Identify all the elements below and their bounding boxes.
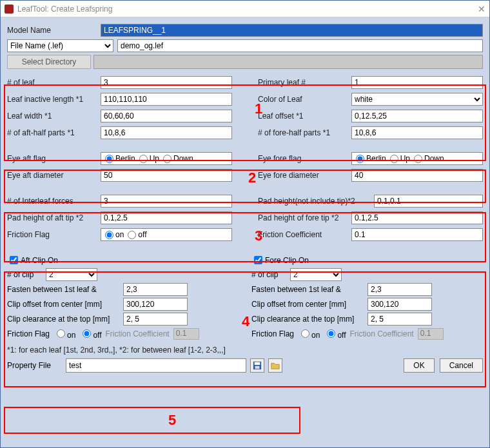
inactive-length-input[interactable]	[101, 93, 232, 106]
fore-clip-column: Fore Clip On # of clip2 Fasten between 1…	[251, 252, 483, 342]
fore-fasten-label: Fasten between 1st leaf &	[251, 285, 368, 294]
aft-clip-on-checkbox[interactable]	[10, 256, 18, 264]
fore-nclip-select[interactable]: 2	[290, 268, 342, 281]
pad-aft-label: Pad height of aft tip *2	[7, 213, 101, 222]
aft-nclip-select[interactable]: 2	[46, 268, 97, 281]
eye-aft-flag-label: Eye aft flag	[7, 154, 101, 163]
fore-clip-on-checkbox[interactable]	[254, 256, 262, 264]
property-file-input[interactable]	[66, 358, 246, 373]
eye-fore-flag-label: Eye fore flag	[258, 154, 351, 163]
primary-leaf-label: Primary leaf #	[258, 78, 351, 87]
window-title: LeafTool: Create Leafspring	[17, 5, 112, 14]
svg-rect-1	[255, 362, 260, 365]
eye-fore-berlin[interactable]: Berlin	[356, 154, 386, 163]
file-type-select[interactable]: File Name (.lef)	[7, 39, 113, 52]
model-name-label: Model Name	[7, 26, 101, 35]
footnote-text: *1: for each leaf [1st, 2nd, 3rd,,], *2:…	[7, 346, 483, 355]
friction-off[interactable]: off	[128, 230, 146, 239]
color-leaf-select[interactable]: white	[351, 93, 483, 106]
fore-half-label: # of fore-half parts *1	[258, 128, 351, 137]
property-file-label: Property File	[7, 361, 62, 370]
model-name-input[interactable]	[101, 24, 483, 37]
annotation-marker-5: 5	[168, 412, 176, 429]
titlebar: LeafTool: Create Leafspring ✕	[1, 1, 489, 17]
pad-height-label: Pad height(not include tip)*2	[258, 197, 374, 206]
fore-fflag-on[interactable]: on	[298, 327, 320, 340]
friction-coef-label: Friction Coefficient	[258, 230, 351, 239]
fore-fasten-input[interactable]	[368, 283, 432, 296]
aft-clip-on-label: Aft Clip On	[21, 256, 58, 265]
save-icon[interactable]	[250, 358, 264, 373]
primary-leaf-input[interactable]	[351, 76, 483, 89]
pad-height-input[interactable]	[374, 195, 483, 208]
window: LeafTool: Create Leafspring ✕ Model Name…	[0, 0, 490, 448]
pad-aft-input[interactable]	[101, 211, 232, 224]
friction-on[interactable]: on	[105, 230, 124, 239]
eye-aft-berlin[interactable]: Berlin	[105, 154, 135, 163]
file-name-input[interactable]	[117, 39, 483, 52]
n-leaf-label: # of leaf	[7, 78, 101, 87]
eye-aft-dia-label: Eye aft diameter	[7, 171, 101, 180]
fore-fcoef-value: 0.1	[418, 328, 444, 340]
content: Model Name File Name (.lef) Select Direc…	[1, 17, 489, 379]
fore-fflag-off[interactable]: off	[324, 327, 346, 340]
annotation-box-5	[4, 407, 300, 434]
fore-offset-label: Clip offset from center [mm]	[251, 300, 368, 309]
eye-fore-flag-group: Berlin Up Down	[351, 152, 483, 165]
aft-clear-input[interactable]	[123, 313, 188, 326]
fore-nclip-label: # of clip	[251, 270, 290, 279]
eye-fore-up[interactable]: Up	[390, 154, 410, 163]
friction-coef-input[interactable]	[351, 228, 483, 241]
aft-nclip-label: # of clip	[7, 270, 46, 279]
interleaf-label: # of Interleaf forces	[7, 197, 101, 206]
leaf-width-input[interactable]	[101, 110, 232, 122]
eye-fore-dia-input[interactable]	[351, 169, 483, 182]
pad-fore-input[interactable]	[351, 211, 483, 224]
fore-offset-input[interactable]	[368, 298, 432, 311]
fore-clear-input[interactable]	[368, 313, 432, 326]
friction-flag-group: on off	[101, 228, 232, 241]
aft-fcoef-value: 0.1	[173, 328, 199, 340]
leaf-offset-input[interactable]	[351, 110, 483, 122]
aft-clear-label: Clip clearance at the top [mm]	[7, 315, 123, 324]
select-directory-button[interactable]: Select Directory	[7, 55, 91, 69]
fore-fcoef-label: Friction Coefficient	[350, 329, 414, 338]
eye-aft-down[interactable]: Down	[163, 154, 193, 163]
inactive-length-label: Leaf inactive length *1	[7, 95, 101, 104]
cancel-button[interactable]: Cancel	[440, 358, 483, 373]
aft-fflag-label: Friction Flag	[7, 329, 50, 338]
directory-bar	[93, 55, 483, 69]
n-leaf-input[interactable]	[101, 76, 232, 89]
aft-clip-column: Aft Clip On # of clip2 Fasten between 1s…	[7, 252, 239, 342]
interleaf-input[interactable]	[101, 195, 232, 208]
fore-fflag-label: Friction Flag	[251, 329, 294, 338]
color-leaf-label: Color of Leaf	[258, 95, 351, 104]
svg-rect-2	[255, 366, 260, 369]
aft-offset-input[interactable]	[123, 298, 188, 311]
aft-half-input[interactable]	[101, 126, 232, 139]
aft-fflag-on[interactable]: on	[54, 327, 75, 340]
eye-fore-down[interactable]: Down	[414, 154, 444, 163]
folder-open-icon[interactable]	[268, 358, 282, 373]
pad-fore-label: Pad height of fore tip *2	[258, 213, 351, 222]
aft-fflag-off[interactable]: off	[79, 327, 101, 340]
eye-aft-up[interactable]: Up	[139, 154, 159, 163]
aft-offset-label: Clip offset from center [mm]	[7, 300, 123, 309]
aft-fasten-label: Fasten between 1st leaf &	[7, 285, 123, 294]
fore-clip-on-label: Fore Clip On	[265, 256, 309, 265]
app-icon	[5, 5, 14, 14]
leaf-width-label: Leaf width *1	[7, 112, 101, 121]
fore-clear-label: Clip clearance at the top [mm]	[251, 315, 368, 324]
friction-flag-label: Friction Flag	[7, 230, 101, 239]
fore-half-input[interactable]	[351, 126, 483, 139]
aft-half-label: # of aft-half parts *1	[7, 128, 101, 137]
close-icon[interactable]: ✕	[478, 4, 485, 14]
ok-button[interactable]: OK	[404, 358, 434, 373]
aft-fasten-input[interactable]	[123, 283, 188, 296]
eye-aft-dia-input[interactable]	[101, 169, 232, 182]
aft-fcoef-label: Friction Coefficient	[106, 329, 170, 338]
leaf-offset-label: Leaf offset *1	[258, 112, 351, 121]
eye-aft-flag-group: Berlin Up Down	[101, 152, 232, 165]
eye-fore-dia-label: Eye fore diameter	[258, 171, 351, 180]
